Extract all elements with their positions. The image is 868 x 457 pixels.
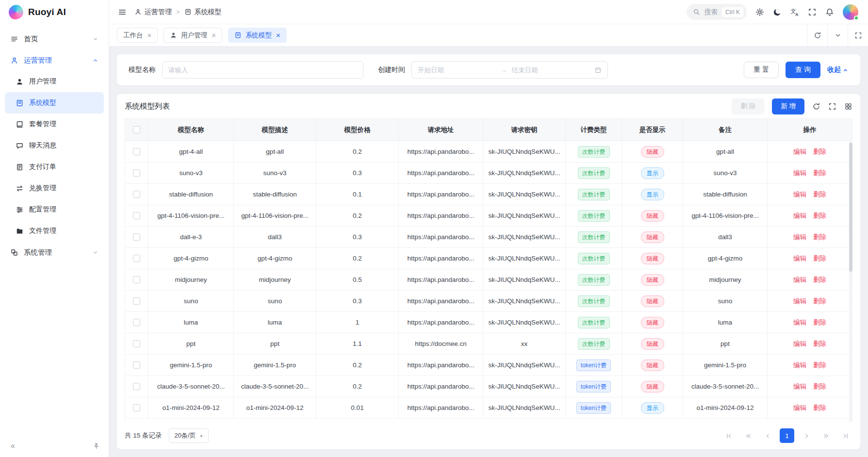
sidebar-item[interactable]: 配置管理 <box>5 199 104 220</box>
edit-link[interactable]: 编辑 <box>793 255 806 262</box>
next-page-icon[interactable] <box>799 428 814 443</box>
refresh-page-icon[interactable] <box>807 24 827 46</box>
sidebar-item[interactable]: 文件管理 <box>5 220 104 242</box>
delete-link[interactable]: 删除 <box>813 148 826 155</box>
reset-button[interactable]: 重 置 <box>744 62 779 78</box>
edit-link[interactable]: 编辑 <box>793 191 806 198</box>
row-checkbox[interactable] <box>133 361 140 369</box>
tab-label: 系统模型 <box>246 31 272 40</box>
end-date-input[interactable] <box>512 66 590 74</box>
delete-link[interactable]: 删除 <box>813 404 826 411</box>
translate-icon[interactable]: 文A <box>790 8 799 16</box>
sidebar-item[interactable]: 首页 <box>5 28 104 49</box>
sidebar-item[interactable]: 运营管理 <box>5 49 104 71</box>
row-checkbox[interactable] <box>133 383 140 390</box>
delete-link[interactable]: 删除 <box>813 233 826 241</box>
sidebar-collapse-button[interactable]: « <box>8 440 18 452</box>
page-number-button[interactable]: 1 <box>780 428 794 443</box>
model-name-input[interactable] <box>162 61 363 79</box>
query-button[interactable]: 查 询 <box>786 62 820 78</box>
fullscreen-icon[interactable] <box>808 8 817 16</box>
sidebar-item[interactable]: 系统管理 <box>5 242 104 263</box>
collapse-filter-link[interactable]: 收起 <box>827 65 849 74</box>
row-checkbox[interactable] <box>133 148 140 155</box>
app-logo[interactable]: Ruoyi AI <box>0 0 109 24</box>
delete-link[interactable]: 删除 <box>813 191 826 198</box>
column-settings-icon[interactable] <box>844 102 852 111</box>
close-icon[interactable]: × <box>147 32 152 39</box>
edit-link[interactable]: 编辑 <box>793 383 806 390</box>
sidebar-item[interactable]: 用户管理 <box>5 71 104 92</box>
row-checkbox[interactable] <box>133 191 140 198</box>
breadcrumb-item[interactable]: 系统模型 <box>184 8 222 16</box>
last-page-icon[interactable] <box>838 428 852 443</box>
batch-delete-button[interactable]: 删 除 <box>732 98 764 114</box>
content-fullscreen-icon[interactable] <box>848 24 868 46</box>
delete-link[interactable]: 删除 <box>813 212 826 219</box>
row-checkbox[interactable] <box>133 276 140 283</box>
notification-bell-icon[interactable] <box>825 8 834 16</box>
edit-link[interactable]: 编辑 <box>793 319 806 326</box>
sidebar-item[interactable]: 套餐管理 <box>5 114 104 135</box>
config-icon <box>16 206 24 214</box>
settings-gear-icon[interactable] <box>755 8 764 16</box>
sidebar-item[interactable]: 聊天消息 <box>5 135 104 156</box>
row-checkbox[interactable] <box>133 319 140 326</box>
edit-link[interactable]: 编辑 <box>793 169 806 177</box>
jump-forward-icon[interactable] <box>819 428 833 443</box>
row-checkbox[interactable] <box>133 340 140 347</box>
edit-link[interactable]: 编辑 <box>793 404 806 411</box>
page-size-select[interactable]: 20条/页 ▾ <box>169 428 209 443</box>
sidebar-item[interactable]: 兑换管理 <box>5 178 104 199</box>
delete-link[interactable]: 删除 <box>813 297 826 305</box>
delete-link[interactable]: 删除 <box>813 383 826 390</box>
edit-link[interactable]: 编辑 <box>793 276 806 283</box>
edit-link[interactable]: 编辑 <box>793 361 806 369</box>
close-icon[interactable]: × <box>276 32 280 39</box>
delete-link[interactable]: 删除 <box>813 255 826 262</box>
edit-link[interactable]: 编辑 <box>793 233 806 241</box>
global-search[interactable]: 搜索 Ctrl K <box>687 4 747 20</box>
row-checkbox[interactable] <box>133 255 140 262</box>
sidebar-item-label: 系统模型 <box>29 98 56 107</box>
user-avatar[interactable] <box>843 4 858 20</box>
select-all-header <box>125 119 148 141</box>
hamburger-menu-icon[interactable] <box>118 8 127 16</box>
breadcrumb-item[interactable]: 运营管理 <box>134 8 172 16</box>
tabs-dropdown-icon[interactable] <box>827 24 848 46</box>
cell-actions: 编辑删除 <box>768 205 852 227</box>
refresh-table-icon[interactable] <box>812 102 820 111</box>
date-range-picker[interactable]: → <box>411 61 608 79</box>
dark-mode-moon-icon[interactable] <box>773 8 782 16</box>
delete-link[interactable]: 删除 <box>813 169 826 177</box>
row-checkbox[interactable] <box>133 404 140 411</box>
delete-link[interactable]: 删除 <box>813 276 826 283</box>
row-checkbox[interactable] <box>133 169 140 177</box>
edit-link[interactable]: 编辑 <box>793 340 806 347</box>
scrollbar-thumb[interactable] <box>849 143 852 272</box>
delete-link[interactable]: 删除 <box>813 340 826 347</box>
tab[interactable]: 工作台× <box>117 28 158 43</box>
table-row: suno-v3suno-v30.3https://api.pandarobo..… <box>125 163 852 184</box>
edit-link[interactable]: 编辑 <box>793 148 806 155</box>
delete-link[interactable]: 删除 <box>813 319 826 326</box>
row-checkbox[interactable] <box>133 212 140 219</box>
tab[interactable]: 系统模型× <box>228 28 287 43</box>
prev-page-icon[interactable] <box>760 428 775 443</box>
first-page-icon[interactable] <box>721 428 736 443</box>
table-fullscreen-icon[interactable] <box>828 102 836 111</box>
add-button[interactable]: 新 增 <box>772 98 804 114</box>
edit-link[interactable]: 编辑 <box>793 297 806 305</box>
edit-link[interactable]: 编辑 <box>793 212 806 219</box>
row-checkbox[interactable] <box>133 297 140 305</box>
sidebar-item[interactable]: 系统模型 <box>5 92 104 114</box>
select-all-checkbox[interactable] <box>133 126 140 133</box>
pin-icon[interactable] <box>92 441 101 451</box>
sidebar-item[interactable]: 支付订单 <box>5 156 104 178</box>
jump-back-icon[interactable] <box>741 428 755 443</box>
row-checkbox[interactable] <box>133 233 140 241</box>
tab[interactable]: 用户管理× <box>164 28 222 43</box>
delete-link[interactable]: 删除 <box>813 361 826 369</box>
start-date-input[interactable] <box>418 66 496 74</box>
close-icon[interactable]: × <box>212 32 216 39</box>
